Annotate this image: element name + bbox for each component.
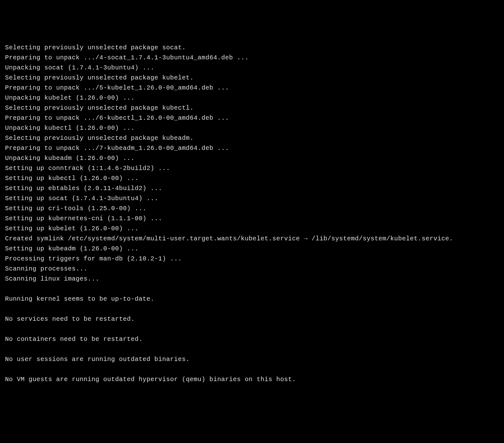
terminal-line: Setting up cri-tools (1.25.0-00) ... [5, 204, 499, 214]
terminal-line: Setting up conntrack (1:1.4.6-2build2) .… [5, 163, 499, 173]
terminal-line: Preparing to unpack .../7-kubeadm_1.26.0… [5, 143, 499, 153]
terminal-line: Created symlink /etc/systemd/system/mult… [5, 234, 499, 244]
terminal-line: Setting up kubectl (1.26.0-00) ... [5, 173, 499, 183]
terminal-line: No user sessions are running outdated bi… [5, 354, 499, 364]
terminal-line: Setting up kubeadm (1.26.0-00) ... [5, 244, 499, 254]
terminal-line: Unpacking socat (1.7.4.1-3ubuntu4) ... [5, 63, 499, 73]
terminal-line: Selecting previously unselected package … [5, 43, 499, 53]
terminal-line: Selecting previously unselected package … [5, 73, 499, 83]
terminal-line: Running kernel seems to be up-to-date. [5, 294, 499, 304]
terminal-line [5, 364, 499, 375]
terminal-line: Setting up ebtables (2.0.11-4build2) ... [5, 183, 499, 194]
terminal-line: No services need to be restarted. [5, 314, 499, 324]
terminal-line: Setting up kubernetes-cni (1.1.1-00) ... [5, 214, 499, 224]
terminal-line: Setting up kubelet (1.26.0-00) ... [5, 224, 499, 234]
terminal-line [5, 324, 499, 334]
terminal-line: Unpacking kubelet (1.26.0-00) ... [5, 93, 499, 103]
terminal-line [5, 304, 499, 314]
terminal-line [5, 344, 499, 354]
terminal-line: Preparing to unpack .../4-socat_1.7.4.1-… [5, 53, 499, 63]
terminal-line: Preparing to unpack .../5-kubelet_1.26.0… [5, 83, 499, 93]
terminal-line: Setting up socat (1.7.4.1-3ubuntu4) ... [5, 194, 499, 204]
terminal-line: Selecting previously unselected package … [5, 133, 499, 143]
terminal-line: Unpacking kubectl (1.26.0-00) ... [5, 123, 499, 133]
terminal-line: Scanning linux images... [5, 274, 499, 284]
terminal-line: Scanning processes... [5, 264, 499, 274]
terminal-line: No containers need to be restarted. [5, 334, 499, 344]
terminal-line: Processing triggers for man-db (2.10.2-1… [5, 254, 499, 264]
terminal-line: Preparing to unpack .../6-kubectl_1.26.0… [5, 113, 499, 123]
terminal-line: Unpacking kubeadm (1.26.0-00) ... [5, 153, 499, 163]
terminal-line [5, 284, 499, 294]
terminal-line: No VM guests are running outdated hyperv… [5, 375, 499, 385]
terminal-output[interactable]: Selecting previously unselected package … [5, 43, 499, 385]
terminal-line: Selecting previously unselected package … [5, 103, 499, 113]
